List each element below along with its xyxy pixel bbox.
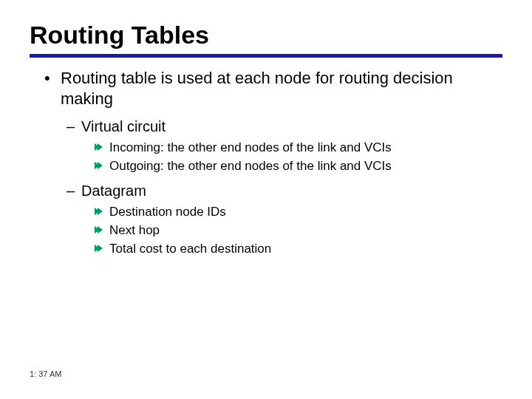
bullet-level2: Datagram: [30, 181, 502, 201]
bullet-level3: Total cost to each destination: [30, 241, 502, 258]
bullet-text: Next hop: [109, 223, 160, 237]
bullet-text: Destination node IDs: [109, 205, 226, 219]
bullet-level2: Virtual circuit: [30, 117, 502, 137]
arrow-icon: [93, 225, 103, 235]
bullet-text: Outgoing: the other end nodes of the lin…: [109, 159, 392, 173]
bullet-level3: Destination node IDs: [30, 204, 502, 221]
arrow-icon: [93, 142, 103, 152]
bullet-text: Total cost to each destination: [109, 242, 271, 256]
bullet-text: Datagram: [81, 183, 146, 199]
slide-body: Routing table is used at each node for r…: [30, 58, 502, 258]
bullet-level3: Incoming: the other end nodes of the lin…: [30, 140, 502, 157]
slide: Routing Tables Routing table is used at …: [0, 0, 532, 399]
bullet-level1: Routing table is used at each node for r…: [30, 68, 502, 109]
bullet-text: Routing table is used at each node for r…: [61, 69, 453, 108]
bullet-level3: Outgoing: the other end nodes of the lin…: [30, 158, 502, 175]
bullet-text: Virtual circuit: [81, 118, 166, 134]
bullet-level3: Next hop: [30, 222, 502, 239]
arrow-icon: [93, 206, 103, 216]
slide-title: Routing Tables: [30, 21, 502, 50]
arrow-icon: [93, 160, 103, 171]
bullet-text: Incoming: the other end nodes of the lin…: [109, 140, 392, 154]
arrow-icon: [93, 243, 103, 253]
timestamp: 1: 37 AM: [30, 369, 61, 378]
